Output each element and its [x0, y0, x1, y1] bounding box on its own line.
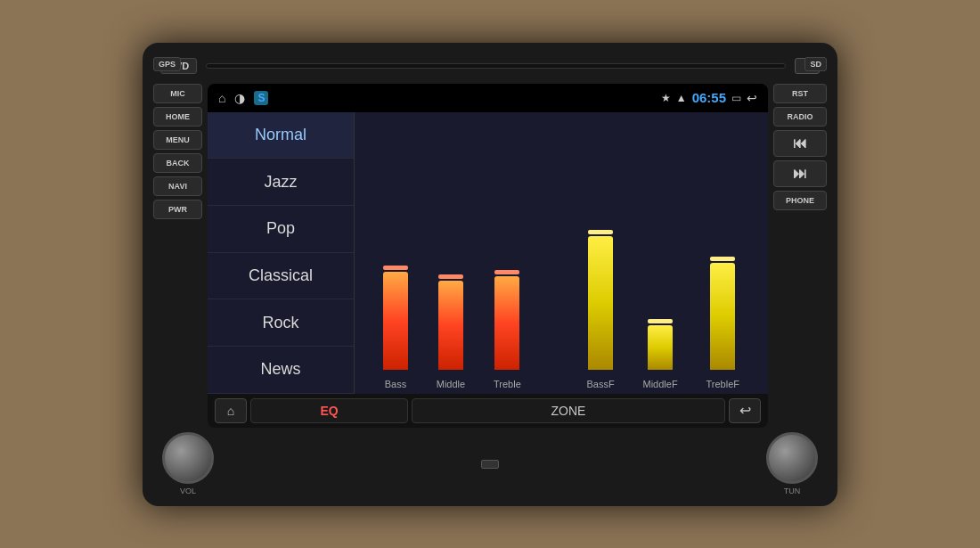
left-controls: MIC HOME MENU BACK NAVI PWR: [153, 84, 202, 428]
zone-button[interactable]: ZONE: [412, 398, 725, 423]
rst-button[interactable]: RST: [773, 84, 827, 103]
screen-bottom-bar: ⌂ EQ ZONE ↩: [208, 394, 768, 428]
sd-label: SD: [810, 60, 821, 69]
middle-label: Middle: [437, 379, 465, 389]
radio-button[interactable]: RADIO: [773, 107, 827, 127]
status-left: ⌂ ◑ S: [218, 91, 268, 105]
gps-button[interactable]: GPS: [153, 57, 181, 71]
vol-label: VOL: [180, 487, 196, 495]
treble-cap: [494, 270, 519, 274]
bottom-center: [481, 460, 499, 469]
middlef-bar[interactable]: [648, 325, 673, 370]
device-middle: MIC HOME MENU BACK NAVI PWR ⌂ ◑ S ★ ▲ 06…: [153, 84, 827, 428]
time-display: 06:55: [692, 90, 726, 105]
bass-bar-wrapper: [383, 227, 408, 370]
phone-button[interactable]: PHONE: [773, 191, 827, 210]
pwr-button[interactable]: PWR: [153, 200, 202, 219]
eq-label: EQ: [320, 404, 338, 418]
bass-bar[interactable]: [383, 272, 408, 370]
prev-button[interactable]: ⏮: [773, 130, 827, 157]
disc-slot: [206, 63, 786, 69]
tuning-knob[interactable]: [766, 432, 818, 484]
eq-presets-panel: Normal Jazz Pop Classical Rock News: [208, 112, 355, 394]
bass-cap: [383, 266, 408, 270]
treble-label: Treble: [494, 379, 521, 389]
zone-label: ZONE: [551, 404, 586, 418]
middle-bar[interactable]: [438, 281, 463, 370]
treble-bar-wrapper: [494, 227, 519, 370]
battery-icon: ▭: [731, 92, 741, 104]
menu-button[interactable]: MENU: [153, 130, 202, 150]
back-button[interactable]: BACK: [153, 153, 202, 173]
bassf-label: BassF: [586, 379, 614, 389]
treblef-bar[interactable]: [710, 263, 735, 370]
bar-treblef: TrebleF: [706, 227, 739, 389]
bottom-home-button[interactable]: ⌂: [215, 398, 247, 423]
navi-button[interactable]: NAVI: [153, 176, 202, 196]
device-bottom: VOL TUN: [153, 433, 827, 495]
volume-knob[interactable]: [162, 432, 214, 484]
car-stereo-device: GPS SD DVD ▲ MIC HOME MENU BACK NAVI PWR…: [143, 43, 837, 506]
bar-middlef: MiddleF: [643, 227, 678, 389]
bassf-cap: [588, 230, 613, 234]
bluetooth-icon: ★: [661, 92, 671, 104]
app-icon: S: [254, 91, 268, 105]
home-icon: ⌂: [218, 91, 225, 105]
gps-label: GPS: [159, 60, 176, 69]
bottom-back-button[interactable]: ↩: [729, 398, 761, 423]
right-controls: RST RADIO ⏮ ⏭ PHONE: [773, 84, 827, 428]
bar-treble: Treble: [494, 227, 521, 389]
home-button[interactable]: HOME: [153, 107, 202, 127]
preset-classical[interactable]: Classical: [208, 253, 354, 300]
usb-port: [481, 460, 499, 469]
bassf-bar[interactable]: [588, 236, 613, 370]
middle-cap: [438, 274, 463, 279]
preset-normal[interactable]: Normal: [208, 112, 354, 159]
preset-news[interactable]: News: [208, 347, 354, 394]
preset-jazz[interactable]: Jazz: [208, 159, 354, 206]
bars-container: Bass Middle: [372, 238, 750, 389]
preset-rock[interactable]: Rock: [208, 299, 354, 347]
treblef-cap: [710, 257, 735, 261]
middle-bar-wrapper: [438, 227, 463, 370]
eq-display: Bass Middle: [355, 112, 768, 394]
bassf-bar-wrapper: [588, 227, 613, 370]
status-bar: ⌂ ◑ S ★ ▲ 06:55 ▭ ↩: [208, 84, 768, 112]
sd-button[interactable]: SD: [804, 57, 827, 71]
tun-label: TUN: [784, 487, 801, 495]
contrast-icon: ◑: [234, 91, 245, 105]
back-icon[interactable]: ↩: [747, 91, 757, 105]
bar-bass: Bass: [383, 227, 408, 389]
screen-content: Normal Jazz Pop Classical Rock News: [208, 112, 768, 394]
treblef-label: TrebleF: [706, 379, 739, 389]
treblef-bar-wrapper: [710, 227, 735, 370]
mic-button[interactable]: MIC: [153, 84, 202, 103]
bass-label: Bass: [385, 379, 406, 389]
eq-button[interactable]: EQ: [250, 398, 408, 423]
middlef-cap: [648, 319, 673, 323]
bar-middle: Middle: [437, 227, 465, 389]
bar-bassf: BassF: [586, 227, 614, 389]
treble-bar[interactable]: [494, 276, 519, 370]
middlef-label: MiddleF: [643, 379, 678, 389]
middlef-bar-wrapper: [648, 227, 673, 370]
preset-pop[interactable]: Pop: [208, 206, 354, 253]
top-bar: DVD ▲: [153, 53, 827, 78]
next-button[interactable]: ⏭: [773, 160, 827, 187]
screen: ⌂ ◑ S ★ ▲ 06:55 ▭ ↩ Normal Jazz: [208, 84, 768, 428]
wifi-icon: ▲: [676, 92, 687, 104]
